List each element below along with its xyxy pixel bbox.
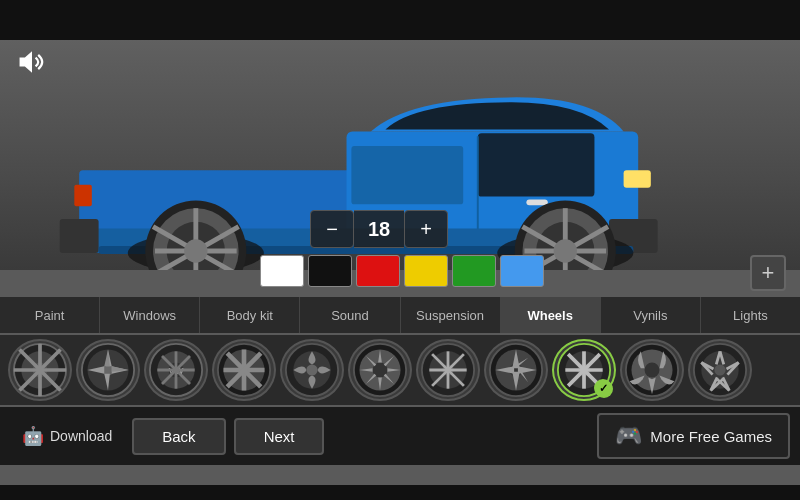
- wheel-option-11[interactable]: [688, 339, 752, 401]
- back-button[interactable]: Back: [132, 418, 225, 455]
- tab-lights[interactable]: Lights: [701, 297, 800, 333]
- svg-point-81: [645, 363, 660, 378]
- wheel-option-4[interactable]: [212, 339, 276, 401]
- sound-button[interactable]: [16, 48, 48, 80]
- wheel-option-9[interactable]: ✓: [552, 339, 616, 401]
- wheel-option-2[interactable]: [76, 339, 140, 401]
- swatch-white[interactable]: [260, 255, 304, 287]
- next-button[interactable]: Next: [234, 418, 325, 455]
- wheel-option-8[interactable]: [484, 339, 548, 401]
- svg-point-58: [306, 364, 317, 375]
- svg-point-84: [714, 364, 725, 375]
- svg-rect-9: [60, 219, 99, 253]
- wheel-option-5[interactable]: [280, 339, 344, 401]
- gamepad-icon: 🎮: [615, 423, 642, 449]
- more-games-label: More Free Games: [650, 428, 772, 445]
- tab-bar: Paint Windows Body kit Sound Suspension …: [0, 297, 800, 333]
- android-icon: 🤖: [22, 425, 44, 447]
- more-games-button[interactable]: 🎮 More Free Games: [597, 413, 790, 459]
- swatch-blue[interactable]: [500, 255, 544, 287]
- action-bar: 🤖 Download Back Next 🎮 More Free Games: [0, 407, 800, 465]
- svg-point-22: [184, 239, 207, 262]
- bottom-bar: [0, 485, 800, 500]
- tab-suspension[interactable]: Suspension: [401, 297, 501, 333]
- wheel-size-controls: − 18 +: [310, 210, 448, 248]
- svg-point-30: [554, 239, 577, 262]
- svg-rect-4: [351, 146, 463, 204]
- tab-bodykit[interactable]: Body kit: [200, 297, 300, 333]
- swatch-green[interactable]: [452, 255, 496, 287]
- tab-windows[interactable]: Windows: [100, 297, 200, 333]
- wheel-option-3[interactable]: VW: [144, 339, 208, 401]
- add-button[interactable]: +: [750, 255, 786, 291]
- color-swatches: [260, 255, 544, 287]
- download-label: Download: [50, 428, 112, 444]
- tab-vynils[interactable]: Vynils: [601, 297, 701, 333]
- wheel-size-minus[interactable]: −: [310, 210, 354, 248]
- svg-marker-0: [20, 51, 32, 72]
- tab-sound[interactable]: Sound: [300, 297, 400, 333]
- top-bar: [0, 0, 800, 40]
- tab-wheels[interactable]: Wheels: [501, 297, 601, 333]
- wheels-row: VW ✓: [0, 335, 800, 405]
- wheel-option-10[interactable]: [620, 339, 684, 401]
- svg-rect-6: [526, 199, 547, 205]
- wheel-size-value: 18: [354, 210, 404, 248]
- wheel-size-plus[interactable]: +: [404, 210, 448, 248]
- swatch-yellow[interactable]: [404, 255, 448, 287]
- tab-paint[interactable]: Paint: [0, 297, 100, 333]
- svg-rect-3: [478, 133, 595, 196]
- wheel-option-1[interactable]: [8, 339, 72, 401]
- svg-rect-11: [74, 185, 92, 206]
- swatch-black[interactable]: [308, 255, 352, 287]
- swatch-red[interactable]: [356, 255, 400, 287]
- wheel-option-6[interactable]: [348, 339, 412, 401]
- wheel-option-7[interactable]: [416, 339, 480, 401]
- svg-rect-10: [624, 170, 651, 188]
- download-button[interactable]: 🤖 Download: [10, 419, 124, 453]
